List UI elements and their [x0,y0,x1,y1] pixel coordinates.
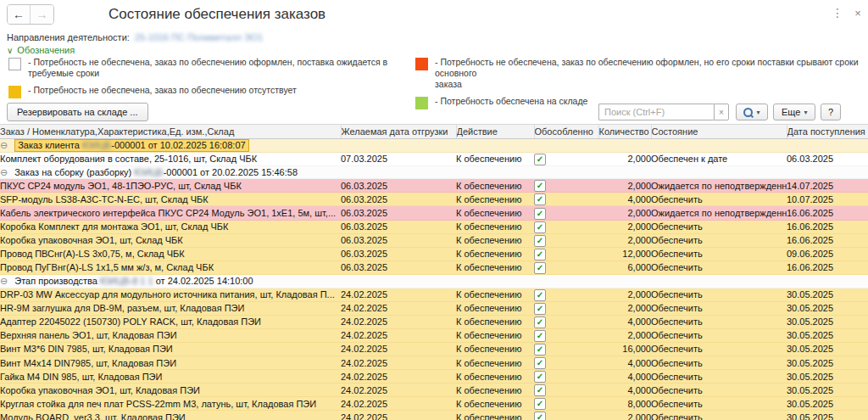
nav-forward-button[interactable]: → [31,5,53,24]
cell-quantity[interactable]: 2,000 [598,233,651,247]
cell-nomenclature[interactable]: Коробка упаковочная ЭО1, шт, Кладовая ПЭ… [0,384,341,397]
column-header-4[interactable]: Обособленно [534,125,598,139]
cell-due-date[interactable]: 30.05.2025 [787,328,868,342]
cell-state[interactable]: Обеспечить [651,247,787,260]
collapse-expander-icon[interactable]: ⊖ [0,167,8,177]
cell-nomenclature[interactable]: Коробка Комплект для монтажа ЭО1, шт, Ск… [0,220,341,233]
cell-state[interactable]: Обеспечить [651,288,787,301]
item-row[interactable]: Круглая стойка для печ плат PCSS-22mm М3… [0,397,868,411]
cell-ship-date[interactable]: 06.03.2025 [341,260,456,274]
separate-checkbox[interactable]: ✓ [534,193,546,205]
cell-state[interactable]: Ожидается по неподтвержденн... [651,179,787,193]
separate-checkbox[interactable]: ✓ [534,154,546,165]
cell-ship-date[interactable]: 07.03.2025 [341,152,456,165]
cell-nomenclature[interactable]: HR-9M заглушка для DB-9M, разъем, шт, Кл… [0,301,341,315]
column-header-1[interactable]: Заказ / Номенклатура,Характеристика,Ед. … [0,125,341,139]
cell-ship-date[interactable]: 06.03.2025 [341,193,456,206]
cell-nomenclature[interactable]: Комплект оборудования в составе, 25-1016… [0,152,341,165]
cell-state[interactable]: Обеспечить [651,260,787,274]
cell-action[interactable]: К обеспечению [456,370,534,384]
item-row[interactable]: Провод ПуГВнг(А)-LS 1х1,5 мм ж/з, м, Скл… [0,260,868,274]
cell-ship-date[interactable]: 24.02.2025 [341,384,456,397]
cell-separate[interactable]: ✓ [534,193,598,206]
cell-action[interactable]: К обеспечению [456,233,534,247]
item-row[interactable]: Кабель электрического интерфейса ПКУС СР… [0,206,868,220]
cell-ship-date[interactable]: 24.02.2025 [341,342,456,356]
cell-nomenclature[interactable]: Коробка упаковочная ЭО1, шт, Склад ЧБК [0,233,341,247]
cell-separate[interactable]: ✓ [534,384,598,397]
cell-due-date[interactable]: 30.05.2025 [787,342,868,356]
item-row[interactable]: DRP-03 MW Аксессуар для модульного источ… [0,288,868,301]
cell-action[interactable]: К обеспечению [456,356,534,370]
cell-ship-date[interactable]: 24.02.2025 [341,328,456,342]
cell-ship-date[interactable]: 24.02.2025 [341,301,456,315]
cell-due-date[interactable]: 16.06.2025 [787,260,868,274]
cell-state[interactable]: Ожидается по неподтвержденн... [651,206,787,220]
cell-separate[interactable]: ✓ [534,247,598,260]
cell-due-date[interactable]: 16.06.2025 [787,220,868,233]
cell-due-date[interactable]: 09.06.2025 [787,247,868,260]
cell-separate[interactable]: ✓ [534,315,598,328]
collapse-expander-icon[interactable]: ⊖ [0,276,8,286]
cell-separate[interactable]: ✓ [534,206,598,220]
search-clear-icon[interactable]: × [714,104,729,120]
cell-action[interactable]: К обеспечению [456,384,534,397]
cell-state[interactable]: Обеспечить [651,193,787,206]
item-row[interactable]: SFP-модуль LS38-A3C-TC-N-EC, шт, Склад Ч… [0,193,868,206]
cell-ship-date[interactable]: 24.02.2025 [341,370,456,384]
cell-state[interactable]: Обеспечить [651,411,787,420]
more-menu-icon[interactable]: ⋮ [831,5,844,20]
close-icon[interactable]: × [851,5,865,20]
item-row[interactable]: Коробка упаковочная ЭО1, шт, Склад ЧБК06… [0,233,868,247]
column-header-2[interactable]: Желаемая дата отгрузки [341,125,456,139]
separate-checkbox[interactable]: ✓ [534,344,546,356]
separate-checkbox[interactable]: ✓ [534,249,546,260]
cell-action[interactable]: К обеспечению [456,260,534,274]
item-row[interactable]: Модуль BOARD_ver3,3, шт, Кладовая ПЭИ24.… [0,411,868,420]
cell-quantity[interactable]: 8,000 [598,397,651,411]
cell-action[interactable]: К обеспечению [456,397,534,411]
cell-nomenclature[interactable]: SFP-модуль LS38-A3C-TC-N-EC, шт, Склад Ч… [0,193,341,206]
cell-due-date[interactable]: 16.06.2025 [787,233,868,247]
cell-nomenclature[interactable]: Круглая стойка для печ плат PCSS-22mm М3… [0,397,341,411]
cell-ship-date[interactable]: 24.02.2025 [341,411,456,420]
cell-separate[interactable]: ✓ [534,328,598,342]
cell-state[interactable]: Обеспечить [651,328,787,342]
cell-nomenclature[interactable]: Верхняя панель ЭО1, шт, Кладовая ПЭИ [0,328,341,342]
cell-state[interactable]: Обеспечить [651,397,787,411]
cell-quantity[interactable]: 4,000 [598,315,651,328]
cell-action[interactable]: К обеспечению [456,315,534,328]
cell-separate[interactable]: ✓ [534,301,598,315]
cell-quantity[interactable]: 4,000 [598,370,651,384]
separate-checkbox[interactable]: ✓ [534,316,546,328]
cell-ship-date[interactable]: 06.03.2025 [341,233,456,247]
cell-action[interactable]: К обеспечению [456,179,534,193]
cell-due-date[interactable]: 30.05.2025 [787,384,868,397]
cell-quantity[interactable]: 12,000 [598,247,651,260]
item-row[interactable]: Адаптер 22045022 (150730) POLY RACK, шт,… [0,315,868,328]
cell-quantity[interactable]: 2,000 [598,328,651,342]
item-row[interactable]: Провод ПВСнг(А)-LS 3х0,75, м, Склад ЧБК0… [0,247,868,260]
cell-nomenclature[interactable]: Адаптер 22045022 (150730) POLY RACK, шт,… [0,315,341,328]
cell-due-date[interactable]: 30.05.2025 [787,288,868,301]
separate-checkbox[interactable]: ✓ [534,330,546,342]
cell-nomenclature[interactable]: ПКУС СР24 модуль ЭО1, 48-1ПЭО-РУС, шт, С… [0,179,341,193]
cell-separate[interactable]: ✓ [534,342,598,356]
item-row[interactable]: Гайка М4 DIN 985, шт, Кладовая ПЭИ24.02.… [0,370,868,384]
cell-state[interactable]: Обеспечить [651,356,787,370]
cell-due-date[interactable]: 30.05.2025 [787,315,868,328]
separate-checkbox[interactable]: ✓ [534,384,546,396]
item-row[interactable]: HR-9M заглушка для DB-9M, разъем, шт, Кл… [0,301,868,315]
nav-back-button[interactable]: ← [8,5,31,24]
group-row[interactable]: ⊖Заказ клиента ЮИЦБ-000001 от 10.02.2025… [0,139,868,153]
item-row[interactable]: ПКУС СР24 модуль ЭО1, 48-1ПЭО-РУС, шт, С… [0,179,868,193]
cell-separate[interactable]: ✓ [534,233,598,247]
reserve-on-warehouse-button[interactable]: Резервировать на складе ... [7,103,148,121]
cell-quantity[interactable]: 16,000 [598,342,651,356]
cell-due-date[interactable]: 16.06.2025 [787,206,868,220]
item-row[interactable]: Винт М4х14 DIN7985, шт, Кладовая ПЭИ24.0… [0,356,868,370]
cell-quantity[interactable]: 2,000 [598,411,651,420]
cell-quantity[interactable]: 2,000 [598,288,651,301]
separate-checkbox[interactable]: ✓ [534,289,546,301]
cell-ship-date[interactable]: 06.03.2025 [341,247,456,260]
